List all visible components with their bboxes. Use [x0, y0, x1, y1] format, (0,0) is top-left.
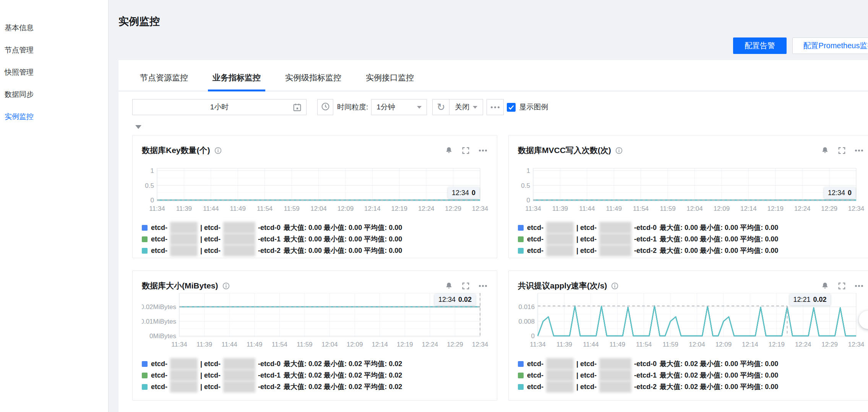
card-more-icon[interactable] [478, 146, 488, 155]
legend-prefix: | etcd- [576, 383, 597, 391]
granularity-label: 时间粒度: [337, 102, 368, 112]
legend-row[interactable]: etcd-| etcd--etcd-2最大值: 0.00 最小值: 0.00 平… [142, 245, 488, 256]
redacted-text [599, 381, 631, 392]
redacted-text [599, 245, 631, 256]
auto-refresh-select[interactable]: 关闭 [449, 99, 483, 115]
x-axis-label: 11:54 [272, 341, 287, 348]
x-axis-label: 11:39 [556, 341, 572, 348]
tab-business-metric-monitoring[interactable]: 业务指标监控 [211, 60, 262, 91]
legend-row[interactable]: etcd-| etcd--etcd-2最大值: 0.02 最小值: 0.02 平… [142, 381, 488, 392]
x-axis-label: 12:29 [821, 341, 838, 348]
auto-refresh-value: 关闭 [455, 102, 469, 112]
calendar-icon [292, 103, 302, 114]
redacted-text [223, 233, 255, 245]
show-legend-checkbox[interactable] [507, 103, 516, 112]
legend-swatch [142, 236, 148, 242]
legend-row[interactable]: etcd-| etcd--etcd-1最大值: 0.02 最小值: 0.00 平… [518, 370, 864, 381]
tooltip-time: 12:34 [828, 189, 845, 197]
configure-alarm-button[interactable]: 配置告警 [733, 37, 787, 54]
info-icon[interactable] [214, 147, 222, 155]
legend-row[interactable]: etcd-| etcd--etcd-0最大值: 0.00 最小值: 0.00 平… [142, 222, 488, 233]
tooltip-time: 12:34 [452, 189, 469, 197]
redacted-text [599, 222, 631, 233]
x-axis-label: 12:14 [364, 205, 381, 212]
legend-prefix: | etcd- [576, 224, 597, 232]
legend-row[interactable]: etcd-| etcd--etcd-0最大值: 0.00 最小值: 0.00 平… [518, 222, 864, 233]
card-more-icon[interactable] [478, 282, 488, 290]
legend-swatch [518, 236, 524, 242]
tooltip-value: 0.02 [813, 296, 827, 303]
chart-title: 数据库大小(MiBytes) [142, 280, 218, 291]
sidebar-item-snapshot-management[interactable]: 快照管理 [0, 61, 108, 83]
fullscreen-icon[interactable] [461, 282, 470, 290]
configure-prometheus-button[interactable]: 配置Prometheus监控 [792, 37, 868, 54]
legend-prefix: | etcd- [576, 371, 597, 379]
legend-row[interactable]: etcd-| etcd--etcd-0最大值: 0.02 最小值: 0.00 平… [518, 358, 864, 370]
legend-swatch [142, 248, 148, 254]
more-options-button[interactable] [487, 99, 504, 115]
fullscreen-icon[interactable] [461, 146, 470, 155]
legend-row[interactable]: etcd-| etcd--etcd-2最大值: 0.00 最小值: 0.00 平… [518, 245, 864, 256]
x-axis-label: 12:24 [794, 205, 811, 212]
redacted-text [223, 222, 255, 233]
sidebar-item-node-management[interactable]: 节点管理 [0, 39, 108, 61]
bell-icon[interactable] [445, 282, 453, 290]
legend-swatch [518, 361, 524, 367]
fullscreen-icon[interactable] [837, 146, 846, 155]
granularity-select[interactable]: 1分钟 [371, 99, 427, 115]
collapse-toggle-icon[interactable] [135, 125, 141, 129]
time-shift-button[interactable] [317, 99, 333, 115]
sidebar-item-instance-monitoring[interactable]: 实例监控 [0, 106, 108, 128]
x-axis-label: 11:49 [230, 205, 246, 212]
legend-prefix: etcd- [151, 383, 167, 391]
info-icon[interactable] [611, 282, 619, 290]
bell-icon[interactable] [445, 146, 453, 155]
sidebar-item-data-sync[interactable]: 数据同步 [0, 83, 108, 106]
legend-prefix: | etcd- [200, 235, 221, 243]
legend-prefix: | etcd- [576, 247, 597, 255]
time-range-picker[interactable]: 1小时 [132, 99, 307, 115]
x-axis-label: 12:09 [715, 341, 732, 348]
legend-stats: 最大值: 0.00 最小值: 0.00 平均值: 0.00 [284, 223, 402, 232]
chevron-down-icon [473, 106, 477, 109]
legend-stats: 最大值: 0.00 最小值: 0.00 平均值: 0.00 [660, 246, 778, 255]
chart-area[interactable]: 0.02MiBytes0.01MiBytes0MiBytes11:3411:39… [142, 293, 488, 350]
refresh-button[interactable]: ↻ [433, 99, 449, 115]
bell-icon[interactable] [821, 282, 829, 290]
x-axis-label: 12:29 [445, 205, 461, 212]
chart-legend: etcd-| etcd--etcd-0最大值: 0.02 最小值: 0.02 平… [142, 358, 488, 392]
x-axis-label: 12:09 [337, 205, 354, 212]
legend-stats: 最大值: 0.02 最小值: 0.02 平均值: 0.02 [284, 382, 402, 391]
card-more-icon[interactable] [854, 282, 864, 290]
legend-node-name: -etcd-2 [634, 383, 657, 391]
chart-tooltip: 12:210.02 [790, 294, 831, 305]
legend-row[interactable]: etcd-| etcd--etcd-1最大值: 0.00 最小值: 0.00 平… [142, 233, 488, 245]
x-axis-label: 12:19 [768, 341, 785, 348]
x-axis-label: 12:24 [795, 341, 811, 348]
x-axis-label: 11:59 [660, 205, 675, 212]
chart-tooltip: 12:340.02 [435, 294, 475, 305]
tab-instance-interface-monitoring[interactable]: 实例接口监控 [364, 60, 415, 91]
chart-area[interactable]: 0.0160.008011:3411:3911:4411:4911:5411:5… [518, 293, 864, 350]
card-more-icon[interactable] [854, 146, 864, 155]
legend-prefix: etcd- [527, 247, 544, 255]
legend-prefix: | etcd- [200, 224, 221, 232]
tab-instance-level-metric-monitoring[interactable]: 实例级指标监控 [284, 60, 343, 91]
fullscreen-icon[interactable] [837, 282, 846, 290]
legend-row[interactable]: etcd-| etcd--etcd-1最大值: 0.00 最小值: 0.00 平… [518, 233, 864, 245]
x-axis-label: 12:24 [418, 205, 435, 212]
info-icon[interactable] [222, 282, 230, 290]
bell-icon[interactable] [821, 146, 829, 155]
info-icon[interactable] [615, 147, 623, 155]
legend-row[interactable]: etcd-| etcd--etcd-1最大值: 0.02 最小值: 0.02 平… [142, 370, 488, 381]
legend-swatch [518, 225, 524, 231]
redacted-text [223, 358, 255, 370]
legend-row[interactable]: etcd-| etcd--etcd-0最大值: 0.02 最小值: 0.02 平… [142, 358, 488, 370]
tab-node-resource-monitoring[interactable]: 节点资源监控 [138, 60, 190, 91]
sidebar-item-basic-info[interactable]: 基本信息 [0, 17, 108, 39]
legend-row[interactable]: etcd-| etcd--etcd-2最大值: 0.02 最小值: 0.00 平… [518, 381, 864, 392]
chart-area[interactable]: 10.5011:3411:3911:4411:4911:5411:5912:04… [142, 161, 488, 214]
chart-area[interactable]: 10.5011:3411:3911:4411:4911:5411:5912:04… [518, 161, 864, 214]
x-axis-label: 11:49 [247, 341, 262, 348]
redacted-text [546, 358, 574, 370]
